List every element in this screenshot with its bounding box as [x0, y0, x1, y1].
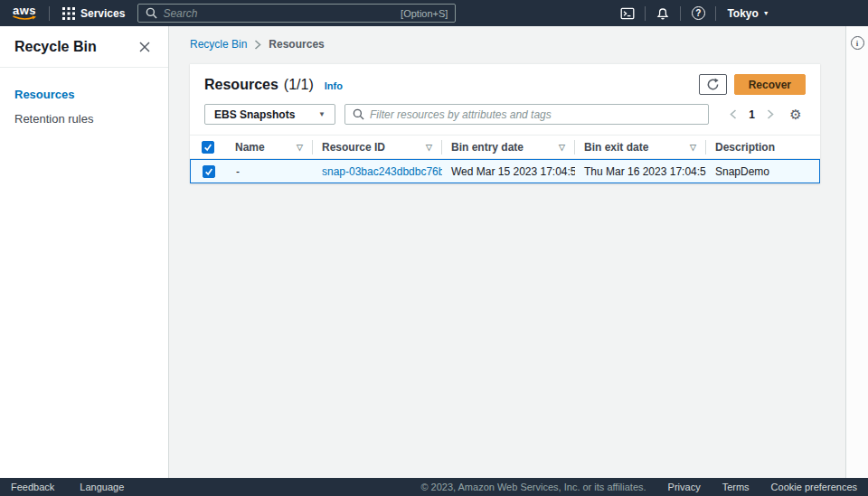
- info-link[interactable]: Info: [325, 80, 343, 91]
- cell-description: SnapDemo: [706, 165, 819, 178]
- cell-name: -: [227, 165, 313, 178]
- panel-title-text: Resources: [204, 77, 278, 93]
- column-header-bin-exit-date[interactable]: Bin exit date ▽: [574, 140, 705, 154]
- sort-icon: ▽: [426, 143, 432, 152]
- recover-button[interactable]: Recover: [734, 74, 806, 95]
- table-header-row: Name ▽ Resource ID ▽ Bin entry date ▽ Bi…: [190, 136, 820, 159]
- nav-divider: [645, 6, 646, 21]
- sidebar-title: Recycle Bin: [14, 39, 97, 55]
- search-shortcut-hint: [Option+S]: [401, 8, 448, 19]
- next-page-button[interactable]: [762, 107, 778, 123]
- search-icon: [353, 108, 364, 120]
- region-selector[interactable]: Tokyo ▼: [720, 7, 776, 20]
- global-search-input[interactable]: [163, 7, 395, 20]
- chevron-down-icon: ▼: [763, 10, 769, 16]
- services-label: Services: [80, 7, 125, 20]
- nav-divider: [49, 6, 50, 21]
- close-icon: [139, 42, 150, 52]
- page-number[interactable]: 1: [745, 108, 759, 121]
- grid-icon: [62, 7, 75, 20]
- check-icon: [203, 143, 212, 152]
- resource-count: (1/1): [284, 77, 314, 93]
- table-settings-button[interactable]: ⚙: [786, 105, 806, 125]
- sort-icon: ▽: [559, 143, 565, 152]
- panel-title: Resources (1/1) Info: [204, 77, 343, 93]
- sidebar: Recycle Bin Resources Retention rules: [0, 26, 169, 478]
- resource-type-selected: EBS Snapshots: [214, 108, 295, 121]
- chevron-down-icon: ▼: [318, 110, 326, 118]
- row-checkbox[interactable]: [203, 165, 215, 178]
- breadcrumb-recycle-bin[interactable]: Recycle Bin: [190, 38, 247, 51]
- copyright-text: © 2023, Amazon Web Services, Inc. or its…: [420, 482, 646, 492]
- resource-id-link[interactable]: snap-03bac243dbdbc76bb: [322, 165, 442, 178]
- check-icon: [204, 167, 213, 176]
- select-all-checkbox[interactable]: [202, 141, 214, 154]
- help-button[interactable]: ?: [684, 3, 712, 24]
- aws-logo[interactable]: aws: [9, 5, 40, 21]
- resource-type-select[interactable]: EBS Snapshots ▼: [204, 104, 335, 125]
- global-search[interactable]: [Option+S]: [137, 4, 456, 23]
- resources-panel: Resources (1/1) Info Recover EB: [190, 63, 820, 183]
- bell-icon: [656, 6, 670, 21]
- chevron-right-icon: [254, 40, 261, 50]
- question-icon: ?: [692, 6, 705, 20]
- sort-icon: ▽: [690, 143, 696, 152]
- chevron-left-icon: [730, 109, 737, 119]
- resources-table: Name ▽ Resource ID ▽ Bin entry date ▽ Bi…: [190, 135, 820, 183]
- column-header-resource-id[interactable]: Resource ID ▽: [312, 140, 441, 154]
- footer: Feedback Language © 2023, Amazon Web Ser…: [0, 478, 868, 496]
- notifications-button[interactable]: [649, 3, 676, 24]
- cookie-preferences-link[interactable]: Cookie preferences: [771, 482, 857, 492]
- sidebar-item-resources[interactable]: Resources: [0, 82, 168, 107]
- previous-page-button[interactable]: [725, 107, 741, 123]
- table-row[interactable]: - snap-03bac243dbdbc76bb Wed Mar 15 2023…: [190, 159, 820, 183]
- resource-filter[interactable]: [344, 104, 709, 125]
- feedback-link[interactable]: Feedback: [11, 482, 54, 492]
- nav-divider: [715, 6, 716, 21]
- pagination: 1 ⚙: [725, 105, 806, 125]
- aws-smile-icon: [12, 15, 37, 21]
- chevron-right-icon: [767, 109, 774, 119]
- top-navigation: aws Services [Option+S]: [0, 0, 868, 26]
- column-header-description[interactable]: Description: [705, 140, 820, 154]
- breadcrumb-current: Resources: [269, 38, 324, 51]
- region-label: Tokyo: [727, 7, 758, 20]
- refresh-icon: [706, 78, 720, 91]
- cell-bin-exit-date: Thu Mar 16 2023 17:04:5...: [575, 165, 706, 178]
- column-header-bin-entry-date[interactable]: Bin entry date ▽: [441, 140, 574, 154]
- services-menu-button[interactable]: Services: [59, 7, 128, 20]
- language-link[interactable]: Language: [80, 482, 124, 492]
- info-icon[interactable]: i: [851, 36, 864, 50]
- sort-icon: ▽: [297, 143, 303, 152]
- help-panel-strip: i: [845, 26, 868, 478]
- sidebar-item-retention-rules[interactable]: Retention rules: [0, 107, 168, 131]
- column-header-name[interactable]: Name ▽: [226, 140, 312, 154]
- search-icon: [146, 7, 157, 19]
- cell-bin-entry-date: Wed Mar 15 2023 17:04:5...: [442, 165, 575, 178]
- resource-filter-input[interactable]: [370, 108, 701, 121]
- terms-link[interactable]: Terms: [722, 482, 750, 492]
- sidebar-close-button[interactable]: [136, 38, 154, 56]
- nav-divider: [680, 6, 681, 21]
- aws-logo-text: aws: [13, 5, 36, 15]
- cloudshell-icon: [620, 6, 635, 21]
- main-content: Recycle Bin Resources Resources (1/1) In…: [169, 26, 845, 478]
- cloudshell-button[interactable]: [614, 3, 641, 24]
- breadcrumb: Recycle Bin Resources: [190, 38, 824, 51]
- gear-icon: ⚙: [789, 107, 801, 123]
- privacy-link[interactable]: Privacy: [668, 482, 701, 492]
- refresh-button[interactable]: [699, 74, 727, 95]
